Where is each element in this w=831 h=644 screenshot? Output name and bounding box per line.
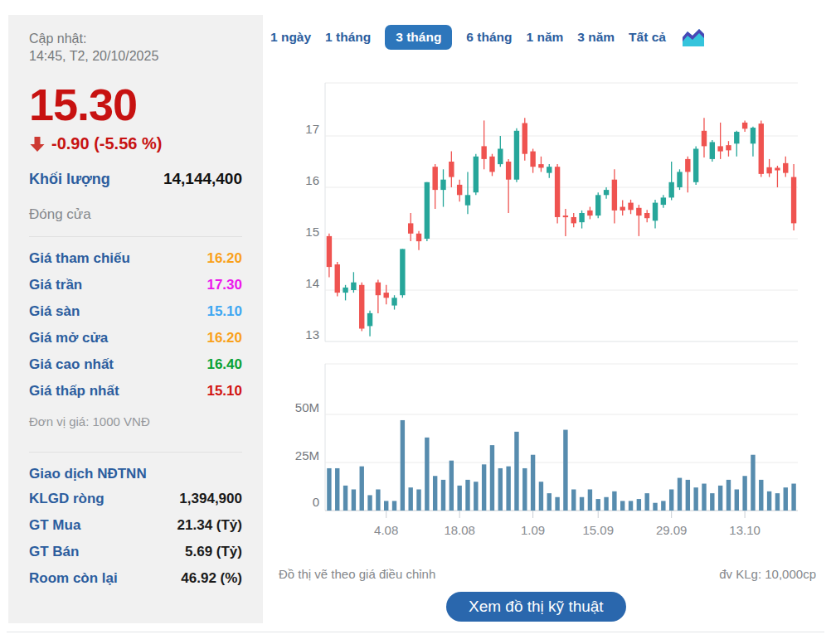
x-axis-tick-label: 29.09 xyxy=(656,523,688,537)
volume-bar xyxy=(735,489,739,511)
price-ytick-label: 16 xyxy=(305,173,319,187)
foreign-row-label: GT Bán xyxy=(29,544,79,560)
volume-bar xyxy=(710,493,714,511)
volume-bar xyxy=(416,489,420,511)
candle-body xyxy=(636,208,641,215)
price-volume-chart[interactable]: 1314151617025M50M4.0818.081.0915.0929.09… xyxy=(274,75,823,547)
divider xyxy=(29,452,242,453)
candle-body xyxy=(481,146,486,159)
candle-body xyxy=(530,152,535,167)
volume-bar xyxy=(759,480,763,511)
candle-body xyxy=(644,213,649,218)
candle-body xyxy=(620,207,625,211)
price-ytick-label: 15 xyxy=(305,225,319,239)
price-row-label: Giá cao nhất xyxy=(29,356,114,373)
divider xyxy=(29,236,242,237)
candle-body xyxy=(653,203,658,221)
volume-bar xyxy=(457,486,461,511)
volume-bar xyxy=(408,487,412,511)
x-axis-tick-label: 15.09 xyxy=(582,523,614,537)
candle-body xyxy=(775,167,780,170)
range-tab-4[interactable]: 6 tháng xyxy=(466,30,512,45)
volume-row: Khối lượng 14,144,400 xyxy=(29,170,242,188)
price-unit-note: Đơn vị giá: 1000 VNĐ xyxy=(29,414,242,429)
volume-bar xyxy=(742,476,746,511)
volume-bar xyxy=(604,497,608,511)
volume-bar xyxy=(522,468,527,511)
volume-bar xyxy=(767,491,771,511)
price-row-value: 15.10 xyxy=(207,303,242,320)
area-chart-icon[interactable] xyxy=(680,26,707,49)
volume-bar xyxy=(490,445,494,511)
candle-body xyxy=(351,283,356,290)
price-row-label: Giá tham chiếu xyxy=(29,250,130,267)
volume-bar xyxy=(425,438,429,511)
candle-body xyxy=(702,131,707,147)
foreign-row-value: 46.92 (%) xyxy=(181,570,242,587)
volume-label: Khối lượng xyxy=(29,171,110,188)
range-tab-5[interactable]: 1 năm xyxy=(526,30,563,45)
candle-body xyxy=(457,185,462,195)
view-technical-chart-button[interactable]: Xem đồ thị kỹ thuật xyxy=(446,592,626,622)
candle-body xyxy=(425,182,430,239)
foreign-row: GT Bán5.69 (Tỷ) xyxy=(29,539,242,565)
volume-bar xyxy=(482,464,486,511)
foreign-row: KLGD ròng1,394,900 xyxy=(29,486,242,512)
volume-bar xyxy=(580,497,584,511)
range-tab-2[interactable]: 1 tháng xyxy=(325,30,371,45)
candle-body xyxy=(432,167,437,190)
volume-bar xyxy=(718,486,722,511)
candle-body xyxy=(742,123,747,128)
price-row: Giá mở cửa16.20 xyxy=(29,325,242,351)
candle-body xyxy=(579,213,584,222)
candle-body xyxy=(498,149,503,165)
volume-bar xyxy=(669,489,673,511)
price-row: Giá trần17.30 xyxy=(29,272,242,298)
update-label: Cập nhật: xyxy=(29,30,242,47)
price-row-value: 16.20 xyxy=(207,330,242,346)
range-tab-7[interactable]: Tất cả xyxy=(629,30,666,45)
foreign-trading-table: KLGD ròng1,394,900GT Mua21.34 (Tỷ)GT Bán… xyxy=(29,486,242,592)
range-tab-3[interactable]: 3 tháng xyxy=(385,25,452,50)
price-row-label: Giá sàn xyxy=(29,303,80,320)
volume-bar xyxy=(343,486,347,511)
range-tab-6[interactable]: 3 năm xyxy=(577,30,615,45)
price-row: Giá cao nhất16.40 xyxy=(29,351,242,378)
price-ytick-label: 14 xyxy=(305,276,319,290)
volume-ytick-label: 0 xyxy=(313,495,319,509)
candle-body xyxy=(547,167,552,172)
volume-bar xyxy=(693,487,697,511)
candle-body xyxy=(367,313,372,327)
range-tabs: 1 ngày1 tháng3 tháng6 tháng1 năm3 nămTất… xyxy=(270,25,707,50)
volume-bar xyxy=(751,455,755,511)
range-tab-1[interactable]: 1 ngày xyxy=(270,30,311,45)
candle-body xyxy=(668,182,673,198)
price-row: Giá sàn15.10 xyxy=(29,298,242,325)
session-state: Đóng cửa xyxy=(29,206,242,223)
candle-body xyxy=(327,236,332,267)
candle-body xyxy=(522,123,527,154)
candle-body xyxy=(587,211,592,215)
volume-bar xyxy=(441,480,445,511)
volume-bar xyxy=(514,432,518,511)
volume-bar xyxy=(661,501,665,511)
candle-body xyxy=(474,157,479,192)
candle-body xyxy=(783,163,788,173)
candle-body xyxy=(359,285,364,329)
foreign-row-value: 1,394,900 xyxy=(179,491,242,507)
update-time: 14:45, T2, 20/10/2025 xyxy=(29,47,242,65)
candle-body xyxy=(514,131,519,180)
volume-bar xyxy=(352,489,356,511)
candle-body xyxy=(693,149,698,182)
candle-body xyxy=(335,264,340,293)
volume-bar xyxy=(465,480,469,511)
price-ytick-label: 17 xyxy=(305,122,319,136)
volume-bar xyxy=(702,484,706,511)
candle-body xyxy=(677,172,682,187)
price-row: Giá tham chiếu16.20 xyxy=(29,245,242,272)
down-arrow-icon xyxy=(29,136,46,153)
volume-bar xyxy=(555,497,559,511)
chart-note-adjusted: Đồ thị vẽ theo giá điều chỉnh xyxy=(279,567,435,581)
price-change: -0.90 (-5.56 %) xyxy=(51,134,162,153)
x-axis-tick-label: 1.09 xyxy=(521,523,545,537)
